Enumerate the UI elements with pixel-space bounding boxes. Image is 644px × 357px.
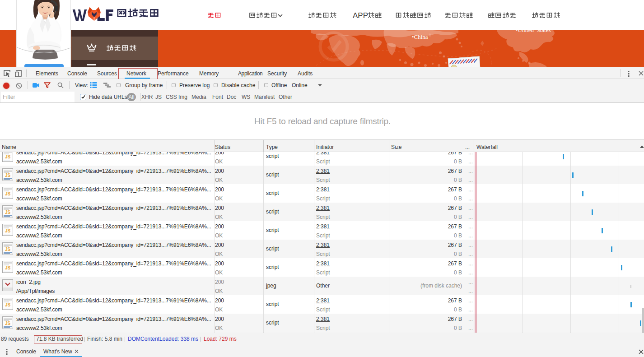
svg-text:JS: JS (5, 210, 11, 215)
svg-text:JS: JS (5, 154, 11, 159)
svg-text:JS: JS (5, 302, 11, 307)
svg-text:JS: JS (5, 247, 11, 252)
svg-text:JS: JS (5, 321, 11, 326)
svg-text:JS: JS (5, 265, 11, 270)
svg-text:JS: JS (5, 173, 11, 178)
svg-text:JS: JS (5, 191, 11, 196)
svg-text:JS: JS (5, 228, 11, 233)
